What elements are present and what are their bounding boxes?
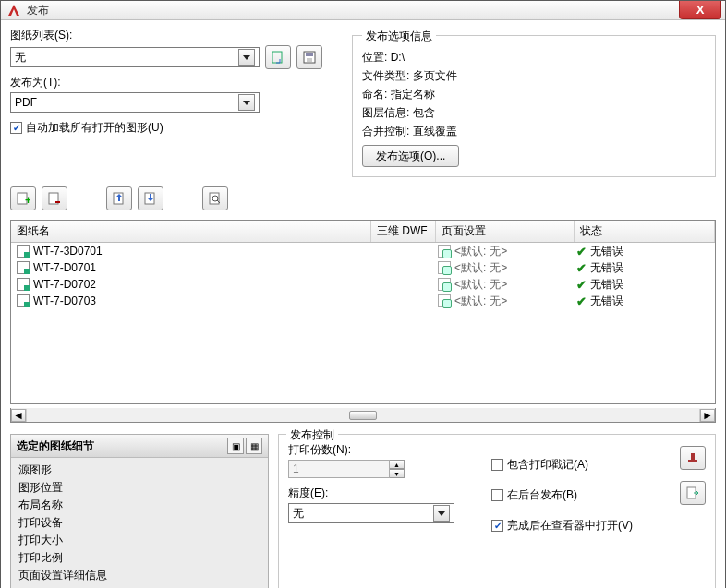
close-button[interactable]: X (679, 1, 721, 19)
save-sheet-button[interactable] (296, 45, 322, 69)
sheet-list-dropdown[interactable]: 无 (10, 47, 260, 67)
svg-rect-14 (691, 453, 695, 460)
page-out-icon (685, 486, 700, 500)
publish-as-label: 发布为(T): (10, 75, 343, 90)
status-text: 无错误 (590, 260, 623, 276)
app-logo-icon (6, 3, 21, 18)
checkbox-icon (491, 459, 503, 471)
status-text: 无错误 (590, 294, 623, 309)
scroll-left-icon[interactable]: ◄ (11, 409, 26, 422)
table-row[interactable]: WT-7-D0702<默认: 无>✔无错误 (11, 276, 715, 293)
filetype-value: 多页文件 (413, 69, 457, 82)
sheet-name: WT-7-D0703 (33, 294, 96, 307)
naming-label: 命名: (362, 88, 387, 101)
checkbox-icon (491, 489, 503, 501)
horizontal-scrollbar[interactable]: ◄ ► (10, 408, 716, 423)
move-up-button[interactable] (106, 186, 132, 210)
th-3d-dwf[interactable]: 三维 DWF (371, 221, 436, 242)
sheet-name: WT-7-D0702 (33, 278, 96, 291)
naming-value: 指定名称 (391, 88, 435, 101)
scroll-track[interactable] (26, 409, 700, 422)
remove-sheets-icon (47, 191, 62, 206)
sheet-icon (17, 261, 30, 274)
th-sheet-name[interactable]: 图纸名 (11, 221, 371, 242)
sheet-toolbar: + (10, 186, 716, 210)
th-page-setup[interactable]: 页面设置 (436, 221, 575, 242)
chevron-down-icon (238, 49, 255, 66)
add-sheets-button[interactable]: + (10, 186, 36, 210)
svg-rect-2 (306, 53, 313, 56)
detail-drawing-location: 图形位置 (18, 479, 260, 497)
location-label: 位置: (362, 51, 387, 64)
stamp-settings-button[interactable] (680, 446, 706, 470)
precision-label: 精度(E): (288, 486, 473, 501)
th-status[interactable]: 状态 (575, 221, 715, 242)
precision-dropdown[interactable]: 无 (288, 503, 454, 523)
layer-label: 图层信息: (362, 106, 409, 119)
filetype-label: 文件类型: (362, 69, 409, 82)
publish-dialog: 发布 X 图纸列表(S): 无 发布为(T): (0, 0, 726, 588)
import-icon (271, 50, 285, 65)
background-publish-checkbox[interactable]: 在后台发布(B) (491, 487, 661, 503)
auto-load-checkbox[interactable]: 自动加载所有打开的图形(U) (10, 120, 343, 136)
preview-icon (208, 191, 223, 206)
include-stamp-checkbox[interactable]: 包含打印戳记(A) (491, 457, 661, 473)
page-setup-prefix: <默认: (454, 244, 486, 259)
detail-plot-size: 打印大小 (18, 532, 260, 549)
detail-source-drawing: 源图形 (18, 462, 260, 479)
detail-plot-scale: 打印比例 (18, 549, 260, 567)
open-in-viewer-checkbox[interactable]: 完成后在查看器中打开(V) (491, 518, 661, 534)
details-expand-button[interactable]: ▦ (246, 438, 262, 454)
preview-button[interactable] (202, 186, 228, 210)
spin-down-icon[interactable]: ▼ (390, 469, 405, 478)
sheet-icon (17, 294, 30, 307)
details-copy-button[interactable]: ▣ (227, 438, 244, 454)
status-text: 无错误 (590, 277, 623, 293)
chevron-down-icon (238, 94, 255, 111)
sheet-list-label: 图纸列表(S): (10, 28, 343, 43)
copies-input[interactable] (288, 460, 390, 478)
scroll-right-icon[interactable]: ► (700, 409, 715, 422)
copies-spinner[interactable]: ▲▼ (288, 460, 473, 478)
svg-rect-13 (688, 460, 697, 462)
titlebar: 发布 X (1, 1, 725, 20)
sheet-name: WT-7-3D0701 (33, 245, 103, 258)
remove-sheets-button[interactable] (42, 186, 67, 210)
page-setup-value: 无> (490, 277, 507, 293)
checkbox-checked-icon (491, 520, 503, 532)
publish-control-heading: 发布控制 (286, 427, 338, 443)
background-settings-button[interactable] (680, 481, 706, 505)
spin-up-icon[interactable]: ▲ (390, 460, 405, 469)
table-body: WT-7-3D0701<默认: 无>✔无错误WT-7-D0701<默认: 无>✔… (11, 243, 715, 403)
status-ok-icon: ✔ (576, 294, 587, 308)
move-down-button[interactable] (138, 186, 163, 210)
publish-options-button[interactable]: 发布选项(O)... (362, 145, 459, 167)
page-setup-icon (438, 261, 451, 274)
sheet-icon (17, 245, 30, 258)
scroll-thumb[interactable] (349, 411, 377, 420)
publish-as-value: PDF (15, 96, 238, 109)
detail-page-setup-details: 页面设置详细信息 (18, 567, 260, 584)
table-row[interactable]: WT-7-D0701<默认: 无>✔无错误 (11, 259, 715, 276)
publish-as-dropdown[interactable]: PDF (10, 92, 260, 113)
sheet-name: WT-7-D0701 (33, 261, 96, 274)
page-setup-prefix: <默认: (454, 294, 486, 309)
precision-value: 无 (293, 506, 433, 522)
publish-options-info: 发布选项信息 位置: D:\ 文件类型: 多页文件 命名: 指定名称 图层信息:… (352, 35, 716, 177)
auto-load-label: 自动加载所有打开的图形(U) (26, 120, 163, 136)
chevron-down-icon (433, 505, 450, 522)
sheet-table: 图纸名 三维 DWF 页面设置 状态 WT-7-3D0701<默认: 无>✔无错… (10, 220, 716, 404)
table-row[interactable]: WT-7-D0703<默认: 无>✔无错误 (11, 293, 715, 309)
info-heading: 发布选项信息 (362, 29, 436, 44)
move-up-icon (112, 191, 127, 206)
details-heading: 选定的图纸细节 (17, 438, 225, 454)
page-setup-icon (438, 278, 451, 291)
import-sheet-button[interactable] (265, 45, 291, 69)
detail-layout-name: 布局名称 (18, 497, 260, 514)
table-row[interactable]: WT-7-3D0701<默认: 无>✔无错误 (11, 243, 715, 259)
layer-value: 包含 (413, 106, 435, 119)
status-ok-icon: ✔ (576, 245, 587, 258)
status-ok-icon: ✔ (576, 278, 587, 292)
page-setup-prefix: <默认: (454, 277, 486, 293)
sheet-list-value: 无 (15, 50, 238, 66)
